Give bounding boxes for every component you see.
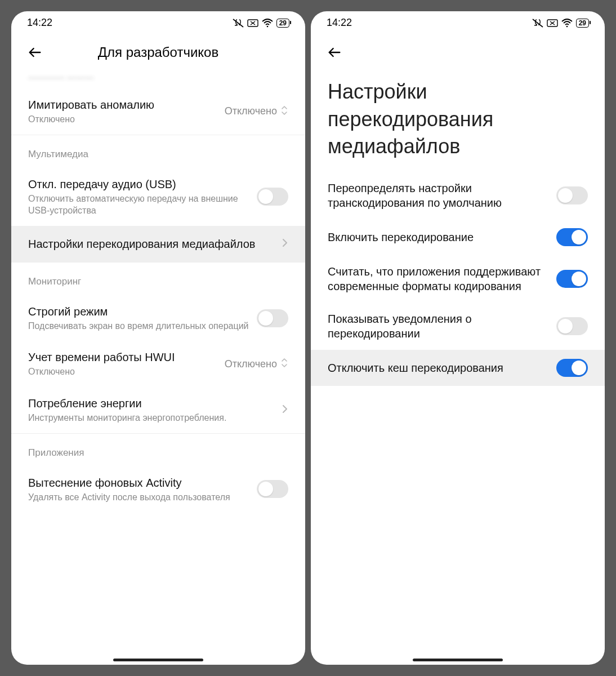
arrow-left-icon: [327, 45, 342, 60]
row-sub: Отключено: [28, 366, 218, 378]
row-title: Вытеснение фоновых Activity: [28, 475, 250, 490]
row-disable-cache[interactable]: Отключить кеш перекодирования: [311, 350, 605, 386]
row-sub: Отключить автоматическую передачу на вне…: [28, 193, 250, 217]
row-title: Отключить кеш перекодирования: [328, 361, 550, 375]
header: Для разработчиков: [11, 32, 305, 73]
row-title: Настройки перекодирования медиафайлов: [28, 237, 275, 251]
row-assume-modern[interactable]: Считать, что приложения поддерживают сов…: [311, 255, 605, 303]
status-icons: 29: [233, 19, 289, 28]
truncated-row: ———— ———: [11, 73, 305, 88]
phone-right: 14:22 29 Настройки перекодирования медиа…: [311, 11, 605, 665]
left-content[interactable]: ———— ——— Имитировать аномалию Отключено …: [11, 73, 305, 654]
row-anomaly[interactable]: Имитировать аномалию Отключено Отключено: [11, 88, 305, 135]
chevron-right-icon: [282, 403, 288, 417]
status-time: 14:22: [327, 17, 352, 29]
row-sub: Подсвечивать экран во время длительных о…: [28, 320, 250, 332]
page-title: Для разработчиков: [47, 45, 269, 60]
toggle-show-notifications[interactable]: [556, 317, 588, 335]
section-monitoring: Мониторинг: [11, 262, 305, 295]
row-title: Строгий режим: [28, 304, 250, 319]
row-title: Включить перекодирование: [328, 230, 550, 244]
status-icons: 29: [532, 19, 589, 28]
page-big-title: Настройки перекодирования медиафайлов: [311, 65, 605, 172]
section-apps: Приложения: [11, 433, 305, 466]
row-value: Отключено: [225, 358, 277, 370]
no-sim-icon: [547, 19, 558, 27]
chevron-right-icon: [282, 237, 288, 251]
status-time: 14:22: [27, 17, 52, 29]
svg-point-1: [266, 25, 268, 27]
row-usb-audio[interactable]: Откл. передачу аудио (USB) Отключить авт…: [11, 168, 305, 226]
row-strict-mode[interactable]: Строгий режим Подсвечивать экран во врем…: [11, 295, 305, 341]
wifi-icon: [262, 19, 273, 28]
updown-icon: [280, 357, 288, 371]
status-bar: 14:22 29: [11, 11, 305, 32]
row-title: Считать, что приложения поддерживают сов…: [328, 264, 550, 293]
toggle-strict-mode[interactable]: [257, 309, 288, 327]
right-content[interactable]: Переопределять настройки транскодировани…: [311, 172, 605, 654]
phone-left: 14:22 29 Для разработчиков ———— ———: [11, 11, 305, 665]
row-title: Имитировать аномалию: [28, 97, 218, 112]
toggle-override-defaults[interactable]: [556, 186, 588, 204]
row-title: Потребление энергии: [28, 396, 275, 411]
no-sim-icon: [247, 19, 258, 27]
back-button[interactable]: [322, 40, 347, 65]
row-override-defaults[interactable]: Переопределять настройки транскодировани…: [311, 172, 605, 219]
toggle-usb-audio[interactable]: [257, 188, 288, 206]
wifi-icon: [561, 19, 573, 28]
row-title: Откл. передачу аудио (USB): [28, 177, 250, 192]
battery-icon: 29: [576, 19, 589, 28]
row-title: Показывать уведомления о перекодировании: [328, 312, 550, 341]
row-hwui[interactable]: Учет времени работы HWUI Отключено Отклю…: [11, 341, 305, 387]
row-sub: Удалять все Activity после выхода пользо…: [28, 491, 250, 504]
row-enable-transcode[interactable]: Включить перекодирование: [311, 219, 605, 255]
row-title: Учет времени работы HWUI: [28, 350, 218, 364]
toggle-bg-activity[interactable]: [257, 480, 288, 498]
updown-icon: [280, 105, 288, 118]
svg-point-3: [566, 25, 568, 27]
toggle-enable-transcode[interactable]: [556, 228, 588, 246]
back-button[interactable]: [23, 40, 47, 65]
row-value: Отключено: [225, 105, 277, 117]
battery-icon: 29: [276, 19, 289, 28]
row-sub: Отключено: [28, 113, 218, 126]
toggle-assume-modern[interactable]: [556, 270, 588, 288]
header: [311, 32, 605, 65]
row-title: Переопределять настройки транскодировани…: [328, 181, 550, 210]
row-transcode-settings[interactable]: Настройки перекодирования медиафайлов: [11, 226, 305, 262]
arrow-left-icon: [27, 45, 43, 60]
home-indicator[interactable]: [113, 659, 203, 661]
status-bar: 14:22 29: [311, 11, 605, 32]
mute-icon: [532, 19, 543, 28]
row-power[interactable]: Потребление энергии Инструменты монитори…: [11, 387, 305, 433]
mute-icon: [233, 19, 244, 28]
row-sub: Инструменты мониторинга энергопотреблени…: [28, 412, 275, 424]
row-bg-activity[interactable]: Вытеснение фоновых Activity Удалять все …: [11, 466, 305, 513]
home-indicator[interactable]: [413, 659, 503, 661]
toggle-disable-cache[interactable]: [556, 359, 588, 377]
section-multimedia: Мультимедиа: [11, 135, 305, 168]
row-show-notifications[interactable]: Показывать уведомления о перекодировании: [311, 303, 605, 350]
